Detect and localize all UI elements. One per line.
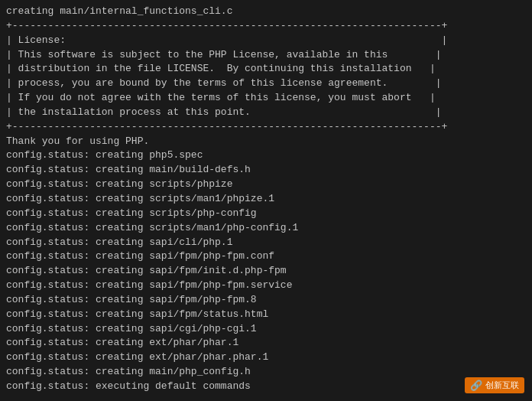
terminal-line: config.status: creating main/php_config.…: [6, 365, 526, 380]
terminal-line: config.status: creating sapi/fpm/php-fpm…: [6, 293, 526, 308]
terminal-line: creating main/internal_functions_cli.c: [6, 5, 526, 19]
terminal-line: config.status: creating sapi/fpm/init.d.…: [6, 264, 526, 279]
terminal-line: config.status: creating scripts/php-conf…: [6, 207, 526, 221]
terminal-line: config.status: creating main/build-defs.…: [6, 163, 526, 178]
terminal-line: | If you do not agree with the terms of …: [6, 91, 526, 106]
watermark-icon: 🔗: [470, 380, 482, 391]
terminal-line: config.status: creating ext/phar/phar.1: [6, 336, 526, 350]
terminal-line: config.status: creating scripts/man1/php…: [6, 192, 526, 207]
terminal-line: config.status: creating sapi/fpm/php-fpm…: [6, 279, 526, 293]
terminal-content: creating main/internal_functions_cli.c+-…: [6, 5, 526, 394]
terminal-line: | the installation process at this point…: [6, 106, 526, 120]
terminal-line: | This software is subject to the PHP Li…: [6, 48, 526, 63]
terminal-line: config.status: creating scripts/phpize: [6, 178, 526, 192]
terminal-line: config.status: creating ext/phar/phar.ph…: [6, 350, 526, 365]
terminal-line: config.status: creating php5.spec: [6, 148, 526, 163]
terminal-line: | distribution in the file LICENSE. By c…: [6, 62, 526, 77]
terminal-line: Thank you for using PHP.: [6, 135, 526, 149]
terminal-line: config.status: creating sapi/fpm/status.…: [6, 308, 526, 322]
terminal-line: | process, you are bound by the terms of…: [6, 77, 526, 91]
terminal-line: config.status: executing default command…: [6, 380, 526, 394]
terminal-line: config.status: creating sapi/cgi/php-cgi…: [6, 322, 526, 337]
terminal-line: +---------------------------------------…: [6, 19, 526, 34]
terminal-line: | License: |: [6, 34, 526, 48]
watermark-badge: 🔗 创新互联: [465, 377, 524, 393]
terminal-line: config.status: creating sapi/fpm/php-fpm…: [6, 249, 526, 264]
terminal-line: +---------------------------------------…: [6, 120, 526, 135]
terminal-window: creating main/internal_functions_cli.c+-…: [0, 0, 532, 401]
watermark-text: 创新互联: [485, 380, 519, 391]
terminal-line: config.status: creating sapi/cli/php.1: [6, 236, 526, 250]
terminal-line: config.status: creating scripts/man1/php…: [6, 221, 526, 236]
